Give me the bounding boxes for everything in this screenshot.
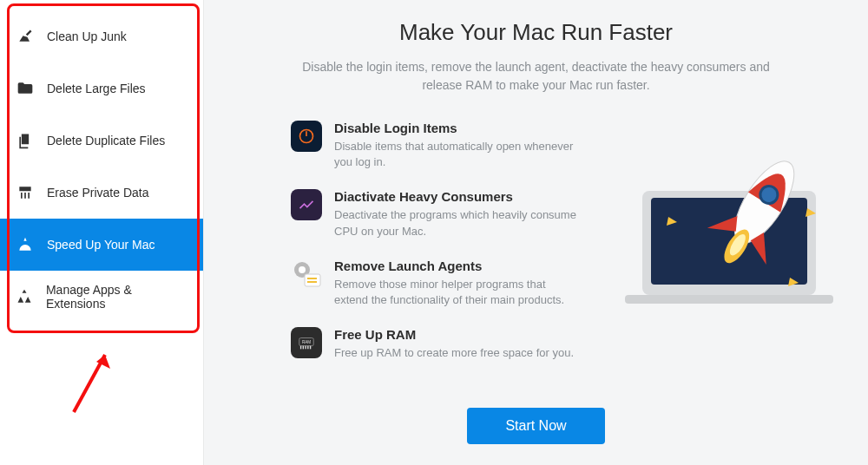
svg-rect-6 [305, 274, 320, 286]
sidebar-item-speed-up-your-mac[interactable]: Speed Up Your Mac [0, 219, 203, 271]
sidebar-item-erase-private-data[interactable]: Erase Private Data [0, 167, 203, 219]
svg-text:RAM: RAM [302, 340, 311, 344]
ram-chip-icon: RAM [291, 327, 322, 358]
footer: Start Now [204, 399, 868, 444]
svg-rect-17 [651, 198, 807, 285]
rocket-illustration [616, 139, 851, 330]
gear-list-icon [291, 259, 322, 290]
feature-list: Disable Login Items Disable items that a… [291, 121, 577, 380]
feature-deactivate-heavy-consumers: Diactivate Heavy Consumers Deactivate th… [291, 189, 577, 239]
sidebar-item-delete-large-files[interactable]: Delete Large Files [0, 62, 203, 115]
apps-icon [16, 287, 34, 306]
page-title: Make Your Mac Run Faster [239, 19, 833, 46]
broom-icon [16, 27, 35, 46]
feature-title: Free Up RAM [334, 327, 574, 342]
feature-title: Diactivate Heavy Consumers [334, 189, 577, 204]
sidebar-item-label: Delete Large Files [47, 82, 146, 95]
power-icon [291, 121, 322, 152]
folder-icon [16, 79, 35, 98]
start-now-button[interactable]: Start Now [467, 408, 604, 444]
sidebar-item-label: Manage Apps & Extensions [46, 283, 187, 311]
sidebar-item-clean-up-junk[interactable]: Clean Up Junk [0, 10, 203, 62]
svg-rect-18 [625, 295, 833, 304]
sidebar-item-label: Delete Duplicate Files [47, 134, 165, 147]
shredder-icon [16, 183, 35, 202]
sidebar-item-label: Speed Up Your Mac [47, 238, 155, 252]
sidebar-item-manage-apps-extensions[interactable]: Manage Apps & Extensions [0, 271, 203, 323]
page-subtitle: Disable the login items, remove the laun… [293, 58, 779, 95]
chart-icon [291, 189, 322, 220]
feature-desc: Deactivate the programs which heavily co… [334, 207, 577, 239]
feature-free-up-ram: RAM Free Up RAM Free up RAM to create mo… [291, 327, 577, 361]
feature-disable-login-items: Disable Login Items Disable items that a… [291, 121, 577, 170]
feature-title: Disable Login Items [334, 121, 577, 135]
feature-desc: Free up RAM to create more free space fo… [334, 345, 574, 361]
feature-desc: Remove those minor helper programs that … [334, 277, 577, 308]
speed-icon [16, 235, 35, 254]
sidebar: Clean Up Junk Delete Large Files Delete … [0, 0, 204, 465]
feature-title: Remove Launch Agents [334, 259, 577, 273]
main-content: Make Your Mac Run Faster Disable the log… [204, 0, 868, 465]
duplicate-icon [16, 131, 35, 150]
sidebar-item-label: Clean Up Junk [47, 29, 127, 43]
feature-remove-launch-agents: Remove Launch Agents Remove those minor … [291, 259, 577, 308]
svg-point-5 [299, 266, 306, 273]
sidebar-item-delete-duplicate-files[interactable]: Delete Duplicate Files [0, 115, 203, 167]
feature-desc: Disable items that automatically open wh… [334, 139, 577, 170]
sidebar-item-label: Erase Private Data [47, 186, 149, 200]
